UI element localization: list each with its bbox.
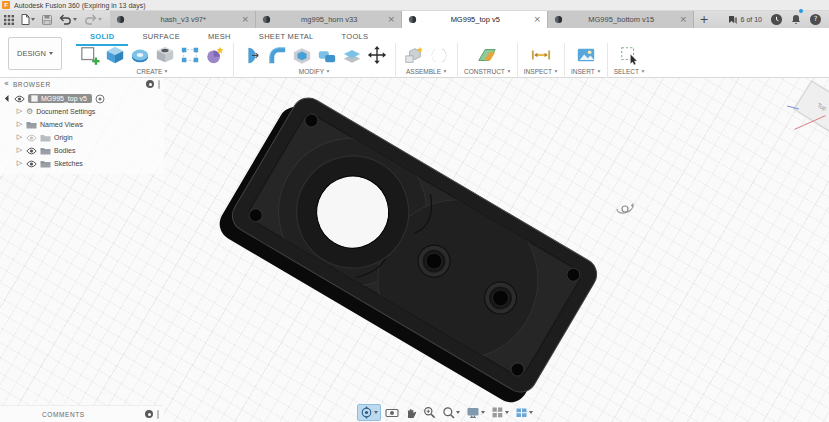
create-form-button[interactable] xyxy=(203,44,227,67)
group-inspect-menu[interactable]: INSPECT xyxy=(524,68,558,75)
folder-icon xyxy=(40,159,51,168)
workspace-selector[interactable]: DESIGN xyxy=(8,37,62,70)
zoom-button[interactable] xyxy=(421,405,438,420)
measure-button[interactable] xyxy=(529,44,553,67)
gear-icon: ⚙ xyxy=(26,107,33,116)
group-inspect: INSPECT xyxy=(518,43,565,78)
new-component-button[interactable] xyxy=(402,44,426,67)
viewports-button[interactable] xyxy=(513,405,535,420)
group-create-menu[interactable]: CREATE xyxy=(137,68,169,75)
dropdown-caret xyxy=(31,18,35,21)
comments-bar[interactable]: COMMENTS xyxy=(0,405,164,422)
viewcube-top-face[interactable]: Top xyxy=(816,102,827,112)
create-sketch-button[interactable] xyxy=(78,44,102,67)
move-icon xyxy=(366,45,388,65)
tab-hash-v3[interactable]: hash_v3 v97* × xyxy=(110,11,256,28)
tree-item-document-settings[interactable]: ▷ ⚙ Document Settings xyxy=(4,105,164,118)
bell-icon xyxy=(791,14,801,25)
panel-options-icon[interactable] xyxy=(146,80,154,88)
orbit-button[interactable] xyxy=(357,404,381,421)
grid-snaps-button[interactable] xyxy=(489,405,511,420)
group-construct-menu[interactable]: CONSTRUCT xyxy=(464,68,511,75)
group-select-menu[interactable]: SELECT xyxy=(614,68,645,75)
display-settings-button[interactable] xyxy=(464,405,487,420)
job-status-button[interactable]: 6 of 10 xyxy=(728,15,762,25)
activate-radio-icon[interactable] xyxy=(95,94,105,104)
help-button[interactable]: ? xyxy=(810,14,821,25)
workspace-label: DESIGN xyxy=(17,49,46,58)
tab-mg995-bottom[interactable]: MG995_bottom v15 × xyxy=(548,11,694,28)
combine-icon xyxy=(316,45,338,65)
notifications-button[interactable] xyxy=(791,11,801,29)
recent-activity-button[interactable] xyxy=(771,14,782,25)
pan-button[interactable] xyxy=(403,405,419,420)
tab-mg995-top[interactable]: MG995_top v5 × xyxy=(402,11,548,28)
collapsed-arrow-icon[interactable]: ▷ xyxy=(16,133,23,142)
active-component-chip[interactable]: MG995_top v5 xyxy=(28,94,92,103)
group-label: CONSTRUCT xyxy=(464,68,505,75)
file-icon xyxy=(21,14,30,25)
file-menu-button[interactable] xyxy=(21,14,35,25)
redo-button[interactable] xyxy=(84,14,102,25)
expanded-arrow-icon[interactable] xyxy=(5,95,12,102)
revolve-button[interactable] xyxy=(128,44,152,67)
close-icon[interactable]: × xyxy=(241,15,249,24)
comments-resize-handle[interactable] xyxy=(157,410,159,419)
collapsed-arrow-icon[interactable]: ▷ xyxy=(16,159,23,168)
dropdown-caret xyxy=(641,70,644,72)
close-icon[interactable]: × xyxy=(679,15,687,24)
pattern-button[interactable] xyxy=(178,44,202,67)
press-pull-button[interactable] xyxy=(240,44,264,67)
panel-resize-handle[interactable] xyxy=(158,80,160,89)
hole-button[interactable] xyxy=(153,44,177,67)
tree-item-label: Bodies xyxy=(54,147,75,154)
collapse-panel-icon[interactable]: « xyxy=(4,79,9,89)
fit-button[interactable] xyxy=(440,405,462,420)
combine-button[interactable] xyxy=(315,44,339,67)
tree-item-origin[interactable]: ▷ Origin xyxy=(4,131,164,144)
construct-plane-button[interactable] xyxy=(475,44,499,67)
group-assemble: ASSEMBLE xyxy=(396,43,458,78)
revolve-icon xyxy=(129,45,151,65)
undo-icon xyxy=(59,14,72,25)
offset-face-button[interactable] xyxy=(340,44,364,67)
select-button[interactable] xyxy=(617,44,641,67)
dropdown-caret xyxy=(73,18,77,21)
save-button[interactable] xyxy=(42,15,52,25)
collapsed-arrow-icon[interactable]: ▷ xyxy=(16,120,23,129)
eye-icon[interactable] xyxy=(14,95,25,103)
look-at-button[interactable] xyxy=(383,405,401,420)
hole-icon xyxy=(154,45,176,65)
group-insert-menu[interactable]: INSERT xyxy=(571,68,601,75)
model-viewport[interactable]: Top « BROWSER M xyxy=(0,78,829,422)
close-icon[interactable]: × xyxy=(387,15,395,24)
collapsed-arrow-icon[interactable]: ▷ xyxy=(16,146,23,155)
app-grid-button[interactable] xyxy=(4,15,14,25)
new-component-icon xyxy=(403,45,425,65)
move-copy-button[interactable] xyxy=(365,44,389,67)
group-assemble-menu[interactable]: ASSEMBLE xyxy=(406,68,447,75)
tree-item-bodies[interactable]: ▷ Bodies xyxy=(4,144,164,157)
insert-image-button[interactable] xyxy=(574,44,598,67)
tree-item-sketches[interactable]: ▷ Sketches xyxy=(4,157,164,170)
joint-button[interactable] xyxy=(427,44,451,67)
fusion-logo-icon: F xyxy=(2,1,10,9)
undo-button[interactable] xyxy=(59,14,77,25)
eye-hidden-icon[interactable] xyxy=(26,134,37,142)
dropdown-caret xyxy=(597,70,600,72)
group-modify-menu[interactable]: MODIFY xyxy=(299,68,330,75)
tab-label: MG995_bottom v15 xyxy=(567,15,675,24)
new-tab-button[interactable]: + xyxy=(694,11,714,28)
eye-icon[interactable] xyxy=(26,147,37,155)
tab-mg995-horn[interactable]: mg995_horn v33 × xyxy=(256,11,402,28)
extrude-button[interactable] xyxy=(103,44,127,67)
collapsed-arrow-icon[interactable]: ▷ xyxy=(16,107,23,116)
fillet-button[interactable] xyxy=(265,44,289,67)
comments-options-icon[interactable] xyxy=(145,410,153,418)
group-create: CREATE xyxy=(72,43,234,78)
eye-icon[interactable] xyxy=(26,160,37,168)
tree-root-component[interactable]: MG995_top v5 xyxy=(4,92,164,105)
close-icon[interactable]: × xyxy=(533,15,541,24)
shell-button[interactable] xyxy=(290,44,314,67)
tree-item-named-views[interactable]: ▷ Named Views xyxy=(4,118,164,131)
